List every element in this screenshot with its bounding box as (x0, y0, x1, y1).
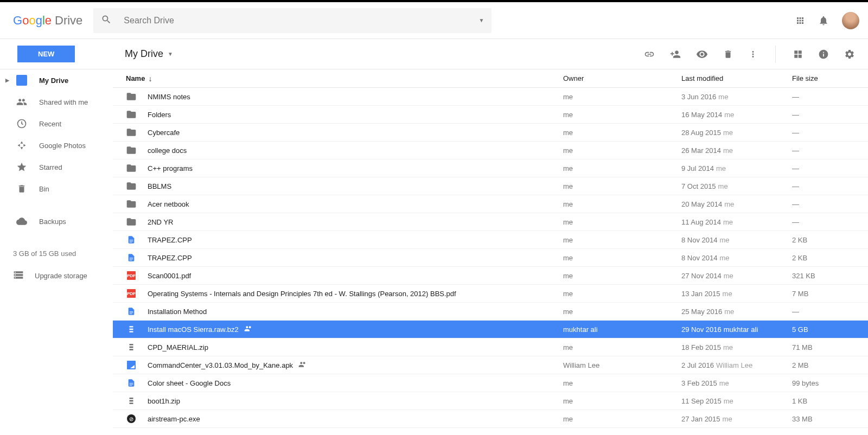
list-header: Name ↓ Owner Last modified File size (113, 69, 868, 88)
sidebar-item-bin[interactable]: Bin (0, 178, 113, 200)
more-icon[interactable] (748, 49, 758, 59)
file-name: Folders (148, 111, 563, 119)
share-icon[interactable] (670, 49, 681, 60)
file-owner: me (563, 272, 681, 280)
shared-icon (244, 324, 253, 335)
grid-view-icon[interactable] (793, 49, 803, 59)
table-row[interactable]: NMIMS notesme3 Jun 2016me— (113, 88, 868, 106)
preview-icon[interactable] (696, 48, 708, 60)
table-row[interactable]: Installation Methodme25 May 2016me— (113, 303, 868, 321)
file-owner: me (563, 254, 681, 262)
apps-icon[interactable] (795, 16, 805, 25)
sidebar-item-starred[interactable]: Starred (0, 156, 113, 178)
column-name[interactable]: Name ↓ (126, 74, 563, 83)
table-row[interactable]: PDFScan0001.pdfme27 Nov 2014me321 KB (113, 267, 868, 285)
file-modified: 11 Sep 2015me (681, 397, 792, 405)
file-type-icon (126, 360, 137, 370)
file-size: 1 KB (792, 397, 868, 405)
table-row[interactable]: ⊘airstream-pc.exeme27 Jan 2015me33 MB (113, 410, 868, 428)
expand-icon[interactable]: ▶ (5, 78, 9, 83)
file-name: airstream-pc.exe (148, 415, 563, 423)
notifications-icon[interactable] (818, 15, 829, 26)
file-modified: 29 Nov 2016mukhtar ali (681, 325, 792, 334)
upgrade-storage[interactable]: Upgrade storage (0, 264, 113, 287)
file-owner: me (563, 397, 681, 405)
file-name: BBLMS (148, 182, 563, 190)
column-modified[interactable]: Last modified (681, 74, 792, 82)
file-size: — (792, 182, 868, 190)
sidebar-item-photos[interactable]: Google Photos (0, 135, 113, 156)
table-row[interactable]: CommandCenter_v3.01.03.Mod_by_Kane.apkWi… (113, 356, 868, 374)
logo[interactable]: Google Drive (13, 14, 82, 28)
search-icon (101, 14, 112, 27)
table-row[interactable]: 2ND YRme11 Aug 2014me— (113, 213, 868, 231)
file-type-icon (126, 252, 137, 263)
file-type-icon (126, 378, 137, 388)
sidebar-item-my-drive[interactable]: ▶ My Drive (0, 69, 113, 91)
table-row[interactable]: C++ programsme9 Jul 2014me— (113, 159, 868, 177)
column-owner[interactable]: Owner (563, 74, 681, 82)
search-box[interactable]: ▼ (93, 8, 492, 33)
sidebar-item-shared[interactable]: Shared with me (0, 91, 113, 113)
search-input[interactable] (124, 16, 478, 25)
avatar[interactable] (842, 12, 859, 29)
sidebar: ▶ My Drive Shared with me Recent Google … (0, 69, 113, 428)
settings-icon[interactable] (844, 49, 855, 60)
table-row[interactable]: Cybercafeme28 Aug 2015me— (113, 124, 868, 142)
file-type-icon (126, 216, 137, 227)
file-owner: me (563, 308, 681, 316)
file-size: 71 MB (792, 343, 868, 351)
file-owner: me (563, 93, 681, 101)
table-row[interactable]: boot1h.zipme11 Sep 2015me1 KB (113, 392, 868, 410)
file-owner: me (563, 200, 681, 208)
file-modified: 26 Mar 2014me (681, 146, 792, 155)
file-owner: me (563, 379, 681, 387)
table-row[interactable]: Foldersme16 May 2014me— (113, 106, 868, 124)
file-size: 321 KB (792, 272, 868, 280)
new-button[interactable]: NEW (17, 46, 75, 62)
file-type-icon (126, 181, 137, 191)
file-owner: me (563, 415, 681, 423)
file-size: — (792, 200, 868, 208)
link-icon[interactable] (644, 49, 655, 60)
table-row[interactable]: CPD_MAERIAL.zipme18 Feb 2015me71 MB (113, 338, 868, 356)
storage-icon (13, 270, 24, 282)
sidebar-item-backups[interactable]: Backups (0, 210, 113, 232)
header-right (795, 12, 859, 29)
file-type-icon (126, 109, 137, 120)
toolbar-actions (644, 46, 868, 63)
table-row[interactable]: college docsme26 Mar 2014me— (113, 142, 868, 159)
table-row[interactable]: TRAPEZ.CPPme8 Nov 2014me2 KB (113, 231, 868, 249)
table-row[interactable]: BBLMSme7 Oct 2015me— (113, 177, 868, 195)
file-modified: 7 Oct 2015me (681, 182, 792, 190)
column-size[interactable]: File size (792, 74, 868, 82)
file-size: — (792, 164, 868, 172)
file-name: CommandCenter_v3.01.03.Mod_by_Kane.apk (148, 360, 563, 370)
file-owner: mukhtar ali (563, 325, 681, 334)
file-name: Color sheet - Google Docs (148, 379, 563, 387)
file-modified: 18 Feb 2015me (681, 343, 792, 351)
main-area: ▶ My Drive Shared with me Recent Google … (0, 69, 868, 428)
delete-icon[interactable] (723, 49, 733, 59)
file-name: CPD_MAERIAL.zip (148, 343, 563, 351)
file-owner: me (563, 164, 681, 172)
table-row[interactable]: TRAPEZ.CPPme8 Nov 2014me2 KB (113, 249, 868, 267)
table-row[interactable]: Install macOS Sierra.raw.bz2mukhtar ali2… (113, 321, 868, 338)
clock-icon (16, 118, 27, 129)
table-row[interactable]: PDFOperating Systems - Internals and Des… (113, 285, 868, 303)
file-modified: 8 Nov 2014me (681, 236, 792, 244)
table-row[interactable]: Acer netbookme20 May 2014me— (113, 195, 868, 213)
file-type-icon (126, 163, 137, 174)
storage-text: 3 GB of 15 GB used (0, 243, 113, 264)
sidebar-item-recent[interactable]: Recent (0, 113, 113, 135)
file-modified: 2 Jul 2016William Lee (681, 361, 792, 369)
file-type-icon (126, 306, 137, 317)
search-dropdown-icon[interactable]: ▼ (478, 17, 484, 23)
table-row[interactable]: Color sheet - Google Docsme3 Feb 2015me9… (113, 374, 868, 392)
breadcrumb[interactable]: My Drive ▼ (125, 48, 173, 60)
file-owner: William Lee (563, 361, 681, 369)
info-icon[interactable] (818, 49, 829, 60)
drive-icon (16, 75, 27, 86)
file-owner: me (563, 343, 681, 351)
file-size: 7 MB (792, 290, 868, 298)
